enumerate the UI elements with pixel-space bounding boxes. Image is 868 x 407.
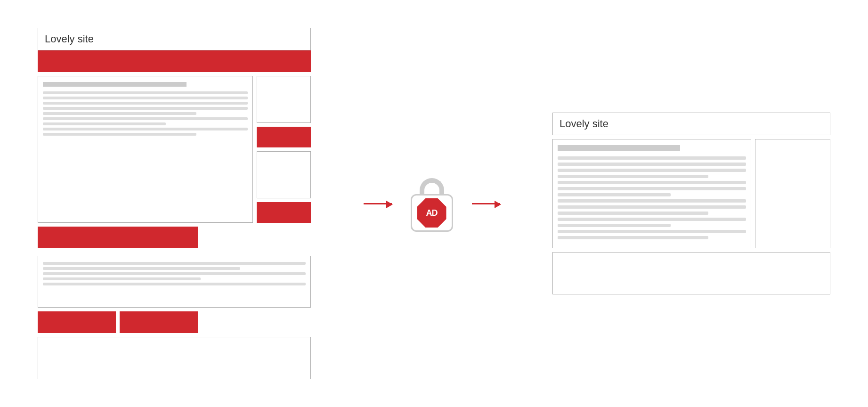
before-ad-half-1: [38, 311, 116, 333]
before-sidebar-col: [257, 76, 311, 223]
before-main-row: [38, 76, 311, 223]
after-line-5: [558, 181, 746, 184]
before-s-line-4: [43, 277, 201, 280]
before-line-9: [43, 133, 196, 136]
before-s-line-5: [43, 283, 306, 285]
after-footer-box: [552, 252, 830, 294]
before-line-2: [43, 97, 248, 99]
before-line-5: [43, 112, 196, 115]
before-line-6: [43, 117, 248, 120]
lock-body: AD: [411, 194, 453, 232]
after-line-2: [558, 163, 746, 166]
after-line-3: [558, 169, 746, 172]
before-title-text: Lovely site: [45, 33, 94, 45]
ad-lock-icon: AD: [406, 175, 458, 232]
before-sidebar-box-1: [257, 76, 311, 123]
arrow-adlock-container: AD: [364, 175, 500, 232]
before-sidebar-box-2: [257, 151, 311, 198]
before-second-block: [38, 256, 311, 308]
site-mockup-before: Lovely site: [38, 28, 311, 379]
after-line-9: [558, 205, 746, 209]
after-sidebar-box: [755, 139, 830, 248]
before-s-line-3: [43, 272, 306, 275]
before-article-block: [38, 76, 253, 223]
right-arrow: [472, 203, 500, 204]
before-title-bar: Lovely site: [38, 28, 311, 50]
before-mid-ad-banner: [38, 227, 198, 248]
before-s-line-1: [43, 262, 306, 265]
after-line-14: [558, 236, 708, 239]
after-title-text: Lovely site: [560, 118, 608, 130]
before-line-3: [43, 102, 248, 105]
before-footer-box: [38, 337, 311, 379]
before-ad-half-2: [120, 311, 198, 333]
after-line-13: [558, 230, 746, 233]
main-canvas: Lovely site: [0, 0, 868, 407]
site-mockup-after: Lovely site: [552, 113, 830, 294]
before-sidebar-ad-1: [257, 127, 311, 147]
left-arrow: [364, 203, 392, 204]
after-main-row: [552, 139, 830, 248]
before-article-title-placeholder: [43, 82, 187, 87]
before-sidebar-ad-2: [257, 202, 311, 223]
after-line-10: [558, 212, 708, 215]
ad-octagon: AD: [417, 198, 446, 228]
before-line-4: [43, 107, 248, 110]
before-line-7: [43, 122, 166, 125]
after-line-8: [558, 199, 746, 203]
before-line-1: [43, 91, 248, 94]
after-article-block: [552, 139, 751, 248]
before-mid-row: [38, 227, 311, 252]
after-line-11: [558, 218, 746, 221]
after-line-1: [558, 156, 746, 160]
after-line-4: [558, 175, 708, 178]
ad-label: AD: [426, 208, 438, 218]
after-line-7: [558, 193, 671, 196]
after-line-12: [558, 224, 671, 227]
before-s-line-2: [43, 267, 240, 270]
lock-shackle: [420, 178, 444, 196]
after-line-6: [558, 187, 746, 190]
after-article-title-placeholder: [558, 145, 680, 151]
before-line-8: [43, 128, 248, 130]
after-title-bar: Lovely site: [552, 113, 830, 135]
before-top-ad-banner: [38, 50, 311, 72]
before-double-ad-row: [38, 311, 198, 333]
